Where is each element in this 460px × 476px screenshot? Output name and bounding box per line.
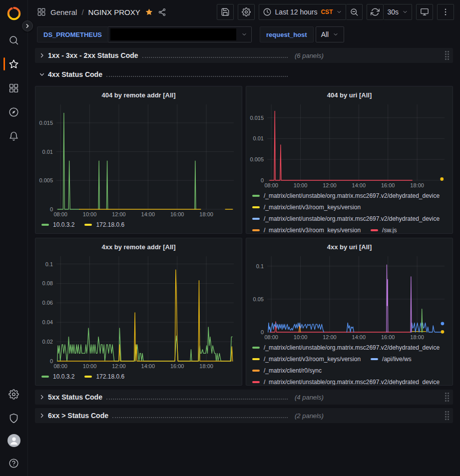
datasource-select[interactable] <box>108 26 252 42</box>
gear-icon <box>242 7 251 16</box>
apps-grid-icon <box>37 7 46 16</box>
sidebar-expand-button[interactable] <box>22 20 33 31</box>
refresh-button[interactable] <box>367 4 384 20</box>
panel-title[interactable]: 404 by uri [All] <box>246 86 453 100</box>
dashboard-settings-button[interactable] <box>238 4 255 20</box>
sidebar-item-settings[interactable] <box>0 386 27 402</box>
svg-text:10:00: 10:00 <box>83 363 97 369</box>
row-6xx[interactable]: 6xx > Status Code (2 panels) <box>35 408 453 423</box>
panel-404-by-remote-addr: 404 by remote addr [All] 08:0010:0012:00… <box>35 86 242 234</box>
svg-text:12:00: 12:00 <box>112 363 126 369</box>
row-drag-handle[interactable] <box>443 391 451 404</box>
chart-404-by-uri[interactable]: 08:0010:0012:0014:0016:0018:0000.0050.01… <box>248 101 450 189</box>
legend-item[interactable]: 172.18.0.6 <box>84 219 124 230</box>
svg-text:0.06: 0.06 <box>42 300 53 306</box>
chart-4xx-by-uri[interactable]: 08:0010:0012:0014:0016:0018:0000.050.1 <box>248 253 450 341</box>
svg-text:0.01: 0.01 <box>253 135 264 141</box>
svg-text:0.04: 0.04 <box>42 319 53 325</box>
panel-404-by-uri: 404 by uri [All] 08:0010:0012:0014:0016:… <box>246 86 453 234</box>
save-dashboard-button[interactable] <box>217 4 234 20</box>
sidebar-top-nav <box>0 32 27 144</box>
svg-text:0.1: 0.1 <box>256 263 264 269</box>
save-icon <box>221 7 230 16</box>
legend-item[interactable]: /_matrix/client/unstable/org.matrix.msc2… <box>252 376 440 385</box>
legend-item[interactable]: /_matrix/client/unstable/org.matrix.msc2… <box>252 213 440 224</box>
chevron-right-icon <box>39 394 45 400</box>
request-host-label[interactable]: request_host <box>260 26 314 42</box>
legend-item[interactable]: 10.0.3.2 <box>41 371 74 382</box>
sidebar-item-search[interactable] <box>0 32 27 48</box>
legend-item[interactable]: /_matrix/client/unstable/org.matrix.msc2… <box>252 342 440 353</box>
legend-item[interactable]: 10.0.3.2 <box>41 219 74 230</box>
share-icon[interactable] <box>158 8 166 16</box>
request-host-select[interactable]: All <box>316 26 345 42</box>
breadcrumb-section[interactable]: General <box>50 8 77 16</box>
row-5xx[interactable]: 5xx Status Code (4 panels) <box>35 390 453 405</box>
tv-mode-button[interactable] <box>416 4 433 20</box>
panel-legend: 10.0.3.2172.18.0.6 <box>35 370 242 385</box>
sidebar <box>0 0 28 476</box>
chevron-right-icon <box>39 52 45 58</box>
time-range-picker[interactable]: Last 12 hours CST <box>259 4 347 20</box>
svg-text:0: 0 <box>50 358 53 364</box>
sidebar-item-explore[interactable] <box>0 104 27 120</box>
panel-title[interactable]: 4xx by uri [All] <box>246 238 453 252</box>
svg-text:18:00: 18:00 <box>199 211 213 217</box>
svg-text:0.005: 0.005 <box>39 177 53 183</box>
sidebar-item-dashboards[interactable] <box>0 80 27 96</box>
row-4xx[interactable]: 4xx Status Code <box>35 67 453 82</box>
legend-item[interactable]: /api/live/ws <box>371 353 412 365</box>
svg-text:16:00: 16:00 <box>170 363 184 369</box>
chevron-down-icon <box>402 9 408 15</box>
legend-item[interactable]: 172.18.0.6 <box>84 371 124 382</box>
kebab-menu-button[interactable] <box>437 4 454 20</box>
row-1xx-3xx-2xx[interactable]: 1xx - 3xx - 2xx Status Code (6 panels) <box>35 48 453 63</box>
svg-text:18:00: 18:00 <box>410 182 424 188</box>
panel-title[interactable]: 4xx by remote addr [All] <box>35 238 242 252</box>
svg-text:0.005: 0.005 <box>250 156 264 162</box>
grafana-logo[interactable] <box>6 6 21 21</box>
legend-series-swatch <box>252 370 260 372</box>
sidebar-item-help[interactable] <box>0 455 27 471</box>
chevron-down-icon <box>241 31 247 37</box>
svg-text:12:00: 12:00 <box>323 334 337 340</box>
legend-series-label: /_matrix/client/r0/sync <box>264 367 322 374</box>
clock-icon <box>263 7 272 16</box>
legend-series-label: /api/live/ws <box>382 356 412 363</box>
panel-title[interactable]: 404 by remote addr [All] <box>35 86 242 100</box>
chart-4xx-by-remote-addr[interactable]: 08:0010:0012:0014:0016:0018:0000.020.040… <box>37 253 239 370</box>
refresh-interval-picker[interactable]: 30s <box>384 4 412 20</box>
row-panel-count: (4 panels) <box>295 394 324 401</box>
legend-item[interactable]: /_matrix/client/v3/room_keys/version <box>252 353 361 365</box>
legend-item[interactable]: /_matrix/client/r0/sync <box>252 365 322 376</box>
favorite-star-icon[interactable] <box>145 8 153 16</box>
sidebar-item-server-admin[interactable] <box>0 410 27 426</box>
chart-404-by-remote-addr[interactable]: 08:0010:0012:0014:0016:0018:0000.0050.01… <box>37 101 239 218</box>
legend-item[interactable]: /_matrix/client/unstable/org.matrix.msc2… <box>252 190 440 201</box>
svg-text:14:00: 14:00 <box>141 211 155 217</box>
svg-text:10:00: 10:00 <box>83 211 97 217</box>
panel-legend: 10.0.3.2172.18.0.6 <box>35 218 242 233</box>
refresh-group: 30s <box>367 4 412 20</box>
row-drag-handle[interactable] <box>443 49 451 62</box>
user-avatar[interactable] <box>7 434 20 447</box>
legend-item[interactable]: /sw.js <box>371 224 397 233</box>
legend-item[interactable]: /_matrix/client/v3/room_keys/version <box>252 224 361 233</box>
row-panel-count: (2 panels) <box>295 412 324 420</box>
time-controls-group: Last 12 hours CST <box>259 4 363 20</box>
legend-series-swatch <box>252 381 260 383</box>
dotted-leader <box>142 57 288 58</box>
legend-item[interactable]: /_matrix/client/v3/room_keys/version <box>252 201 361 213</box>
sidebar-item-starred[interactable] <box>0 56 27 72</box>
svg-text:0.015: 0.015 <box>250 115 264 121</box>
legend-series-label: /_matrix/client/unstable/org.matrix.msc2… <box>264 344 440 351</box>
sidebar-item-alerting[interactable] <box>0 128 27 144</box>
zoom-out-time-button[interactable] <box>346 4 363 20</box>
datasource-label[interactable]: DS_PROMETHEUS <box>37 26 108 42</box>
row-drag-handle[interactable] <box>443 409 451 422</box>
legend-series-label: 10.0.3.2 <box>53 221 74 228</box>
breadcrumb-dashboard-title[interactable]: NGINX PROXY <box>88 8 140 16</box>
row-panel-count: (6 panels) <box>295 52 324 59</box>
refresh-icon <box>371 7 380 16</box>
legend-series-swatch <box>41 224 49 226</box>
